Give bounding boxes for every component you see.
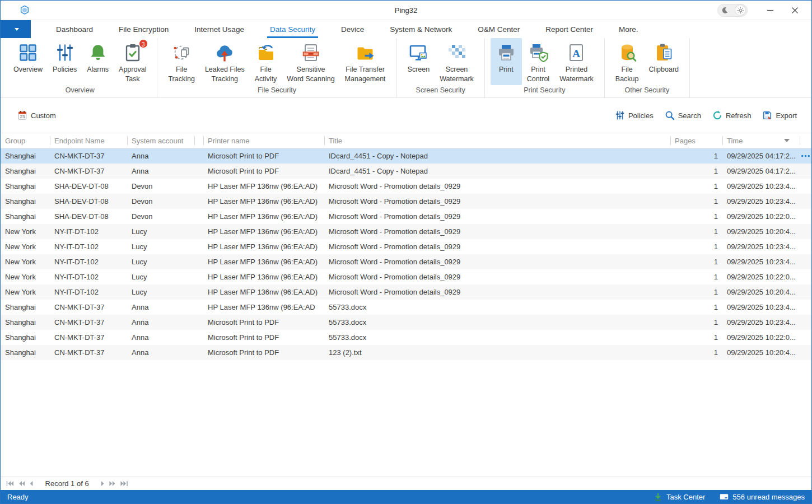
nav-first-icon[interactable] (6, 481, 14, 486)
cell-printer-name: Microsoft Print to PDF (203, 164, 324, 179)
record-count-label: Record 1 of 6 (45, 479, 89, 488)
export-button[interactable]: Export (762, 110, 797, 120)
ribbon-item-print-control[interactable]: PrintControl (522, 38, 554, 85)
export-icon (762, 110, 772, 120)
ribbon-group: FileBackupClipboardOther Security (605, 38, 690, 97)
record-navigator: Record 1 of 6 (1, 477, 811, 490)
custom-date-filter-button[interactable]: 23 Custom (17, 110, 56, 120)
table-row[interactable]: ShanghaiSHA-DEV-DT-08DevonHP Laser MFP 1… (1, 209, 811, 224)
mail-icon (720, 492, 729, 501)
table-row[interactable]: ShanghaiSHA-DEV-DT-08DevonHP Laser MFP 1… (1, 194, 811, 209)
ribbon-group-label: Screen Security (403, 86, 479, 97)
table-row[interactable]: ShanghaiCN-MKT-DT-37AnnaMicrosoft Print … (1, 345, 811, 360)
table-row[interactable]: New YorkNY-IT-DT-102LucyHP Laser MFP 136… (1, 254, 811, 269)
filter-caret-icon[interactable] (784, 139, 795, 142)
row-actions-ellipsis-icon[interactable] (801, 155, 810, 157)
column-header-end (800, 133, 811, 148)
tab-om-center[interactable]: O&M Center (465, 20, 533, 38)
ribbon-group-label: Overview (8, 86, 151, 97)
column-header-system-account[interactable]: System account (127, 133, 194, 148)
ribbon-item-overview[interactable]: Overview (8, 38, 48, 85)
theme-toggle[interactable] (717, 4, 748, 17)
column-header-title[interactable]: Title (324, 133, 670, 148)
column-header-label: System account (132, 137, 184, 145)
ribbon-item-sensitive-word-scanning[interactable]: SensitiveWord Scanning (282, 38, 339, 85)
ribbon-item-file-backup[interactable]: FileBackup (610, 38, 644, 85)
tab-system-network[interactable]: System & Network (377, 20, 465, 38)
minimize-button[interactable] (759, 2, 781, 18)
nav-last-icon[interactable] (120, 481, 128, 486)
ribbon-item-screen[interactable]: Screen (403, 38, 435, 85)
ribbon-item-file-activity[interactable]: FileActivity (250, 38, 282, 85)
cell-end (800, 254, 811, 269)
tab-more[interactable]: More. (606, 20, 651, 38)
light-mode-sun-icon[interactable] (735, 5, 745, 15)
nav-next-page-icon[interactable] (109, 481, 115, 486)
ribbon-group-label: Print Security (491, 86, 599, 97)
table-row[interactable]: ShanghaiCN-MKT-DT-37AnnaMicrosoft Print … (1, 330, 811, 345)
ribbon-item-print[interactable]: Print (491, 38, 522, 85)
tab-device[interactable]: Device (328, 20, 377, 38)
tab-internet-usage[interactable]: Internet Usage (181, 20, 257, 38)
cell-spacer (194, 194, 203, 209)
ribbon-group: PrintPrintControlAPrintedWatermarkPrint … (485, 38, 605, 97)
tab-file-encryption[interactable]: File Encryption (106, 20, 181, 38)
close-button[interactable] (783, 2, 806, 18)
ribbon-item-label: Alarms (87, 65, 109, 74)
nav-prev-page-icon[interactable] (19, 481, 25, 486)
cell-spacer (194, 224, 203, 239)
tab-data-security[interactable]: Data Security (257, 20, 328, 38)
status-ready-label: Ready (7, 493, 29, 501)
column-header-group[interactable]: Group (1, 133, 50, 148)
refresh-button[interactable]: Refresh (712, 110, 752, 120)
table-row[interactable]: New YorkNY-IT-DT-102LucyHP Laser MFP 136… (1, 269, 811, 284)
column-header-pages[interactable]: Pages (670, 133, 722, 148)
table-row[interactable]: ShanghaiCN-MKT-DT-37AnnaMicrosoft Print … (1, 164, 811, 179)
nav-prev-icon[interactable] (30, 481, 33, 486)
nav-next-icon[interactable] (101, 481, 104, 486)
ribbon-group-label: File Security (163, 86, 390, 97)
policies-button[interactable]: Policies (615, 110, 654, 120)
tab-dashboard[interactable]: Dashboard (43, 20, 106, 38)
table-row[interactable]: New YorkNY-IT-DT-102LucyHP Laser MFP 136… (1, 224, 811, 239)
cell-group: Shanghai (1, 300, 50, 315)
app-menu-button[interactable] (1, 20, 31, 38)
column-header-printer-name[interactable]: Printer name (203, 133, 324, 148)
ribbon-item-file-transfer-management[interactable]: File TransferManagement (340, 38, 391, 85)
print-control-icon (528, 42, 549, 63)
cell-end (800, 315, 811, 330)
cell-pages: 1 (670, 315, 722, 330)
ribbon-item-file-tracking[interactable]: FileTracking (163, 38, 199, 85)
cell-endpoint-name: CN-MKT-DT-37 (50, 315, 127, 330)
table-row[interactable]: New YorkNY-IT-DT-102LucyHP Laser MFP 136… (1, 239, 811, 254)
table-row[interactable]: New YorkNY-IT-DT-102LucyHP Laser MFP 136… (1, 284, 811, 300)
cell-pages: 1 (670, 284, 722, 300)
column-header-time[interactable]: Time (722, 133, 800, 148)
cell-title: Microsoft Word - Promotion details_0929 (324, 179, 670, 194)
column-header-endpoint-name[interactable]: Endpoint Name (50, 133, 127, 148)
cell-endpoint-name: CN-MKT-DT-37 (50, 164, 127, 179)
search-button[interactable]: Search (665, 110, 701, 120)
ribbon-item-alarms[interactable]: Alarms (82, 38, 114, 85)
task-center-button[interactable]: Task Center (654, 492, 705, 501)
ping32-window: Ping32 DashboardFile EncryptionInternet … (0, 0, 812, 504)
tab-label: More. (619, 25, 638, 34)
cell-printer-name: HP Laser MFP 136nw (96:EA:AD) (203, 284, 324, 300)
unread-messages-button[interactable]: 556 unread messages (720, 492, 805, 501)
table-row[interactable]: ShanghaiSHA-DEV-DT-08DevonHP Laser MFP 1… (1, 179, 811, 194)
cell-printer-name: HP Laser MFP 136nw (96:EA:AD (203, 300, 324, 315)
ribbon-item-printed-watermark[interactable]: APrintedWatermark (554, 38, 599, 85)
ribbon-item-leaked-files-tracking[interactable]: Leaked FilesTracking (200, 38, 250, 85)
table-row[interactable]: ShanghaiCN-MKT-DT-37AnnaMicrosoft Print … (1, 148, 811, 164)
ribbon-item-clipboard[interactable]: Clipboard (644, 38, 684, 85)
ribbon-item-approval-task[interactable]: 3ApprovalTask (114, 38, 151, 85)
column-header-spacer[interactable] (194, 133, 203, 148)
table-row[interactable]: ShanghaiCN-MKT-DT-37AnnaMicrosoft Print … (1, 315, 811, 330)
tab-report-center[interactable]: Report Center (533, 20, 606, 38)
dark-mode-moon-icon[interactable] (720, 5, 730, 15)
table-row[interactable]: ShanghaiCN-MKT-DT-37AnnaHP Laser MFP 136… (1, 300, 811, 315)
ribbon-item-policies[interactable]: Policies (48, 38, 82, 85)
ribbon-item-screen-watermark[interactable]: ScreenWatermark (435, 38, 479, 85)
svg-text:A: A (573, 48, 581, 59)
cell-group: New York (1, 239, 50, 254)
